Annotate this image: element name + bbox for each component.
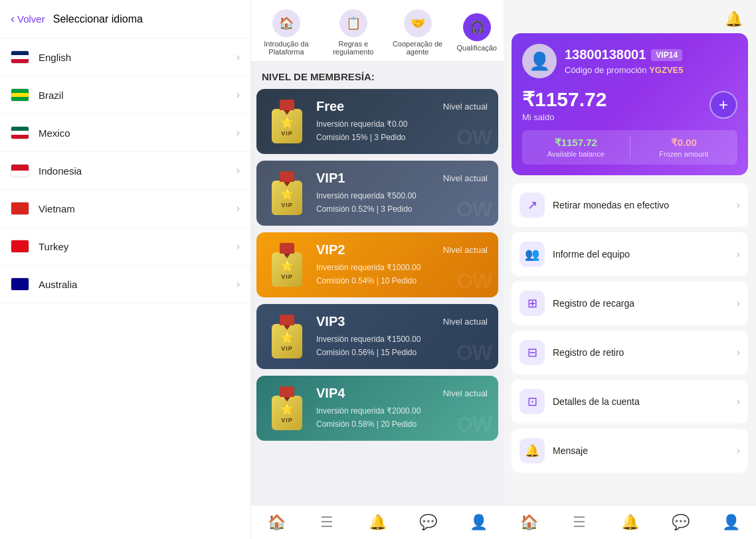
tab-home[interactable]: 🏠 bbox=[251, 511, 302, 534]
right-home-icon: 🏠 bbox=[520, 514, 538, 531]
equipo-label: Informe del equipo bbox=[553, 249, 737, 260]
cuenta-label: Detalles de la cuenta bbox=[553, 396, 737, 407]
right-menu-icon: ☰ bbox=[573, 514, 586, 531]
vip-badge-text: VIP bbox=[281, 130, 293, 137]
recarga-icon: ⊞ bbox=[520, 291, 545, 316]
menu-list: ↗ Retirar monedas en efectivo › 👥 Inform… bbox=[504, 183, 756, 505]
vip-comision-4: Comisión 0.58% | 20 Pedido bbox=[316, 418, 488, 431]
vip-badge-3-container: ⭐ VIP bbox=[267, 313, 307, 360]
vip-name-1: VIP1 bbox=[316, 171, 345, 186]
australia-chevron-icon: › bbox=[236, 278, 240, 290]
menu-item-retiro[interactable]: ⊟ Registro de retiro › bbox=[512, 331, 748, 374]
membership-panel: 🏠 Introdução da Plataforma 📋 Regras e re… bbox=[251, 0, 504, 539]
promo-row: Código de promoción YGZVE5 bbox=[565, 65, 684, 75]
right-tab-home[interactable]: 🏠 bbox=[504, 511, 554, 534]
vip1-star-icon: ⭐ bbox=[280, 188, 294, 200]
back-button[interactable]: ‹ Volver bbox=[11, 12, 45, 26]
available-amount: ₹1157.72 bbox=[522, 137, 630, 149]
qualidad-label: Qualificação bbox=[456, 44, 497, 52]
cuenta-icon: ⊡ bbox=[520, 389, 545, 414]
intro-icon: 🏠 bbox=[272, 9, 300, 37]
nav-cooperacion[interactable]: 🤝 Cooperação de agente bbox=[385, 5, 450, 61]
balance-details: ₹1157.72 Available balance ₹0.00 Frozen … bbox=[522, 130, 737, 165]
rules-icon: 📋 bbox=[339, 9, 367, 37]
menu-item-equipo[interactable]: 👥 Informe del equipo › bbox=[512, 232, 748, 276]
add-funds-button[interactable]: + bbox=[709, 91, 737, 119]
language-item-vietnam[interactable]: Vietnam › bbox=[0, 190, 250, 228]
tab-task[interactable]: 🔔 bbox=[352, 511, 403, 534]
profile-panel: 🔔 👤 13800138001 VIP14 Código de promoció… bbox=[504, 0, 756, 539]
language-item-indonesia[interactable]: Indonesia › bbox=[0, 152, 250, 190]
balance-label: Mi saldo bbox=[522, 112, 607, 122]
tab-profile[interactable]: 👤 bbox=[453, 511, 504, 534]
rules-label: Regras e regulamento bbox=[328, 40, 379, 56]
vip-info-1: VIP1 Nivel actual Inversión requerida ₹5… bbox=[316, 171, 488, 215]
language-item-turkey[interactable]: Turkey › bbox=[0, 228, 250, 266]
tab-menu[interactable]: ☰ bbox=[302, 511, 352, 534]
intro-label: Introdução da Plataforma bbox=[258, 40, 315, 56]
cooperacion-label: Cooperação de agente bbox=[392, 40, 444, 56]
vip-info-2: VIP2 Nivel actual Inversión requerida ₹1… bbox=[316, 242, 488, 287]
mensaje-icon: 🔔 bbox=[520, 438, 545, 463]
right-tab-chat[interactable]: 💬 bbox=[655, 511, 706, 534]
english-label: English bbox=[39, 52, 236, 63]
profile-top: 👤 13800138001 VIP14 Código de promoción … bbox=[522, 44, 737, 78]
vip-name-3: VIP3 bbox=[316, 314, 345, 329]
mexico-label: Mexico bbox=[39, 127, 236, 139]
menu-item-cuenta[interactable]: ⊡ Detalles de la cuenta › bbox=[512, 380, 748, 424]
mexico-chevron-icon: › bbox=[236, 127, 240, 139]
vip-badge-2-container: ⭐ VIP bbox=[267, 242, 307, 288]
language-item-brazil[interactable]: Brazil › bbox=[0, 76, 250, 114]
turkey-label: Turkey bbox=[39, 241, 236, 252]
vip-card-free[interactable]: ⭐ VIP Free Nivel actual Inversión requer… bbox=[256, 89, 498, 154]
vip-nivel-1: Nivel actual bbox=[443, 173, 488, 183]
tab-chat[interactable]: 💬 bbox=[403, 511, 453, 534]
retiro-label: Registro de retiro bbox=[553, 347, 737, 358]
language-item-english[interactable]: English › bbox=[0, 38, 250, 76]
profile-card: 👤 13800138001 VIP14 Código de promoción … bbox=[512, 33, 748, 175]
nav-intro[interactable]: 🏠 Introdução da Plataforma bbox=[251, 5, 322, 61]
language-list: English › Brazil › Mexico › Indonesia › … bbox=[0, 38, 250, 539]
top-nav: 🏠 Introdução da Plataforma 📋 Regras e re… bbox=[251, 0, 504, 62]
vip-comision-3: Comisión 0.56% | 15 Pedido bbox=[316, 346, 488, 359]
nav-rules[interactable]: 📋 Regras e regulamento bbox=[322, 5, 385, 61]
vip-badge-4-container: ⭐ VIP bbox=[267, 385, 307, 431]
menu-item-mensaje[interactable]: 🔔 Mensaje › bbox=[512, 429, 748, 473]
balance-section: ₹1157.72 Mi saldo + bbox=[522, 88, 737, 122]
chat-tab-icon: 💬 bbox=[419, 514, 437, 531]
vip-card-3[interactable]: ⭐ VIP VIP3 Nivel actual Inversión requer… bbox=[256, 304, 498, 369]
vip-name-row-1: VIP1 Nivel actual bbox=[316, 171, 488, 186]
brazil-flag bbox=[11, 88, 29, 102]
turkey-chevron-icon: › bbox=[236, 240, 240, 252]
mensaje-label: Mensaje bbox=[553, 445, 737, 456]
right-tab-menu[interactable]: ☰ bbox=[554, 511, 605, 534]
vip2-badge-text: VIP bbox=[281, 273, 293, 280]
vip-card-1[interactable]: ⭐ VIP VIP1 Nivel actual Inversión requer… bbox=[256, 161, 498, 226]
right-tab-profile[interactable]: 👤 bbox=[706, 511, 756, 534]
language-item-mexico[interactable]: Mexico › bbox=[0, 114, 250, 152]
equipo-icon: 👥 bbox=[520, 242, 545, 267]
right-tab-task[interactable]: 🔔 bbox=[605, 511, 655, 534]
language-item-australia[interactable]: Australia › bbox=[0, 266, 250, 303]
menu-item-recarga[interactable]: ⊞ Registro de recarga › bbox=[512, 281, 748, 325]
profile-tab-icon: 👤 bbox=[470, 514, 488, 531]
nav-qualidad[interactable]: 🎧 Qualificação bbox=[450, 9, 504, 57]
vip-inversion-free: Inversión requerida ₹0.00 bbox=[316, 118, 488, 131]
vip-card-2[interactable]: ⭐ VIP VIP2 Nivel actual Inversión requer… bbox=[256, 232, 498, 297]
profile-vip-badge: VIP14 bbox=[651, 49, 682, 61]
indonesia-label: Indonesia bbox=[39, 165, 236, 177]
vip-nivel-3: Nivel actual bbox=[443, 317, 488, 327]
vietnam-chevron-icon: › bbox=[236, 202, 240, 214]
qualidad-icon: 🎧 bbox=[463, 13, 491, 41]
right-profile-icon: 👤 bbox=[722, 514, 740, 531]
indonesia-chevron-icon: › bbox=[236, 165, 240, 177]
notification-bell-icon[interactable]: 🔔 bbox=[725, 11, 743, 28]
promo-label: Código de promoción bbox=[565, 65, 647, 75]
mexico-flag bbox=[11, 126, 29, 139]
vip-nivel-free: Nivel actual bbox=[443, 102, 488, 112]
recarga-chevron-icon: › bbox=[737, 297, 740, 309]
indonesia-flag bbox=[11, 164, 29, 177]
menu-item-retirar[interactable]: ↗ Retirar monedas en efectivo › bbox=[512, 183, 748, 227]
vip-card-4[interactable]: ⭐ VIP VIP4 Nivel actual Inversión requer… bbox=[256, 376, 498, 441]
avatar: 👤 bbox=[522, 44, 557, 78]
